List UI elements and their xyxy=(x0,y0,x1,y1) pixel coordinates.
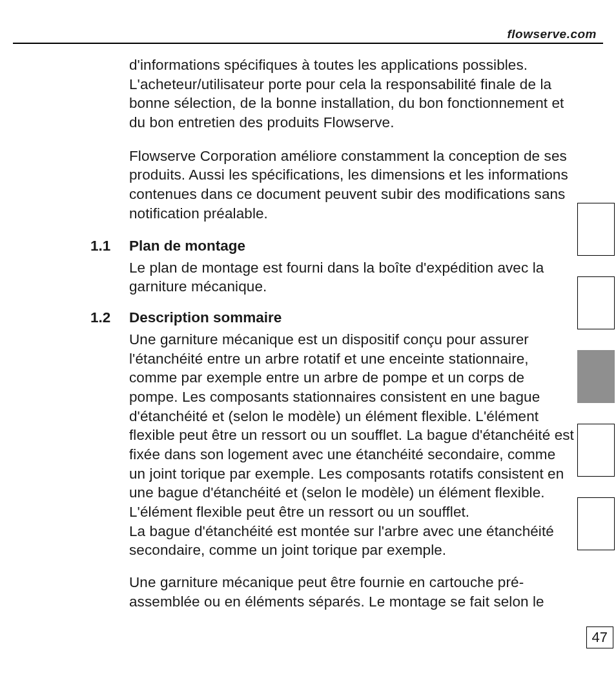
section-heading: 1.1 Plan de montage xyxy=(129,238,575,254)
document-page: flowserve.com d'informations spécifiques… xyxy=(0,0,616,673)
section-paragraph: Une garniture mécanique est un dispositi… xyxy=(129,330,575,522)
side-tab[interactable] xyxy=(577,497,615,550)
section-title: Description sommaire xyxy=(129,309,282,326)
section-number: 1.1 xyxy=(90,238,129,254)
content-area: d'informations spécifiques à toutes les … xyxy=(90,56,575,625)
section-number: 1.2 xyxy=(90,309,129,326)
side-tab-active[interactable] xyxy=(577,350,615,403)
side-tabs xyxy=(577,203,616,571)
header-site: flowserve.com xyxy=(508,27,597,41)
section-paragraph: Le plan de montage est fourni dans la bo… xyxy=(129,258,575,296)
intro-paragraph-1: d'informations spécifiques à toutes les … xyxy=(129,56,575,132)
page-number: 47 xyxy=(586,626,613,648)
side-tab[interactable] xyxy=(577,276,615,329)
section-paragraph: La bague d'étanchéité est montée sur l'a… xyxy=(129,522,575,560)
section-title: Plan de montage xyxy=(129,238,245,254)
section-heading: 1.2 Description sommaire xyxy=(129,309,575,326)
side-tab[interactable] xyxy=(577,424,615,477)
intro-paragraph-2: Flowserve Corporation améliore constamme… xyxy=(129,147,575,223)
page-number-value: 47 xyxy=(592,629,608,646)
section-paragraph: Une garniture mécanique peut être fourni… xyxy=(129,573,575,611)
header-rule xyxy=(13,43,603,44)
side-tab[interactable] xyxy=(577,203,615,256)
section-1-1: 1.1 Plan de montage Le plan de montage e… xyxy=(129,238,575,296)
section-1-2: 1.2 Description sommaire Une garniture m… xyxy=(129,309,575,612)
